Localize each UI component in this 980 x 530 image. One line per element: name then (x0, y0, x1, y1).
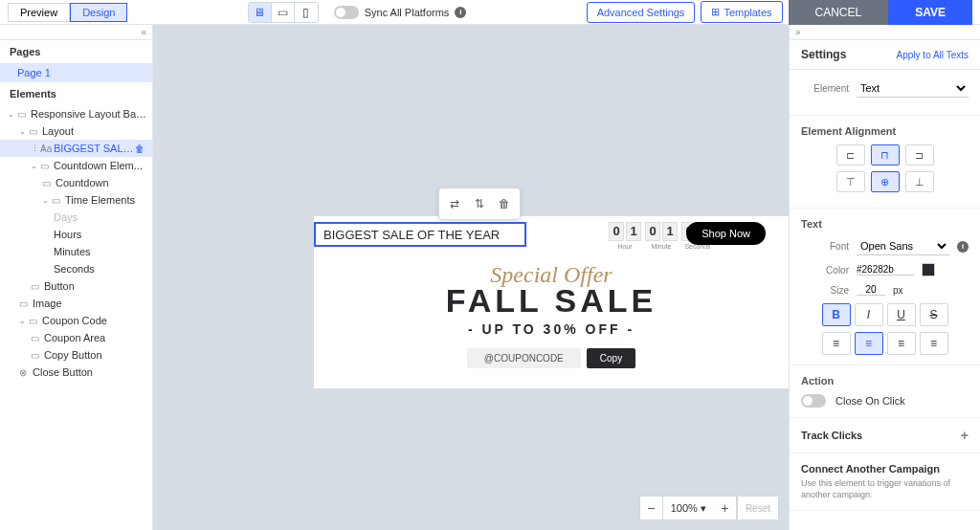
top-toolbar: Preview Design 🖥 ▭ ▯ Sync All Platforms … (0, 0, 980, 25)
delete-icon[interactable]: 🗑 (135, 144, 145, 154)
text-icon: Aa (40, 144, 54, 154)
element-label: Element (801, 83, 849, 94)
preview-tab[interactable]: Preview (8, 3, 70, 22)
tree-item-time-elements[interactable]: ⌄▭Time Elements (0, 191, 152, 209)
strikethrough-button[interactable]: S (920, 303, 948, 326)
text-section-title: Text (801, 218, 969, 230)
shop-now-button[interactable]: Shop Now (686, 222, 766, 245)
design-tab[interactable]: Design (70, 3, 127, 22)
close-on-click-toggle[interactable] (801, 394, 826, 408)
text-align-right-button[interactable]: ≡ (887, 332, 916, 355)
align-top-button[interactable]: ⊤ (836, 171, 865, 192)
info-icon[interactable]: i (455, 7, 466, 18)
tree-item-coupon-area[interactable]: ▭Coupon Area (0, 329, 152, 346)
element-type-select[interactable]: Text (857, 79, 969, 98)
hour-label: Hour (617, 243, 632, 250)
tree-item-coupon-code[interactable]: ⌄▭Coupon Code (0, 312, 152, 329)
folder-icon: ▭ (29, 316, 42, 326)
fall-sale-text[interactable]: FALL SALE (314, 282, 789, 320)
text-align-left-button[interactable]: ≡ (822, 332, 851, 355)
italic-button[interactable]: I (855, 303, 883, 326)
color-label: Color (801, 265, 849, 276)
mobile-icon[interactable]: ▯ (295, 3, 318, 22)
sync-label: Sync All Platforms (365, 7, 450, 18)
sync-toggle[interactable] (334, 6, 359, 19)
text-align-justify-button[interactable]: ≡ (920, 332, 948, 355)
left-sidebar: « Pages Page 1 Elements ⌄▭Responsive Lay… (0, 25, 153, 530)
tree-item-layout[interactable]: ⌄▭Layout (0, 122, 152, 140)
upto-text[interactable]: - UP TO 30% OFF - (314, 321, 789, 337)
tree-item-days[interactable]: Days (0, 209, 152, 226)
font-select[interactable]: Open Sans (857, 237, 949, 255)
canvas[interactable]: 01Hour 01Minute 08Seconds Shop Now Speci… (153, 25, 789, 530)
panel-expand-icon[interactable]: » (790, 25, 980, 40)
tree-item-hours[interactable]: Hours (0, 226, 152, 243)
zoom-level[interactable]: 100%▾ (663, 502, 714, 515)
tree-item-seconds[interactable]: Seconds (0, 260, 152, 277)
bold-button[interactable]: B (822, 303, 851, 326)
chevron-down-icon: ⌄ (31, 162, 40, 170)
text-align-center-button[interactable]: ≡ (855, 332, 883, 355)
templates-button[interactable]: ⊞Templates (701, 1, 782, 23)
tree-item-button[interactable]: ▭Button (0, 277, 152, 295)
chevron-down-icon: ⌄ (42, 196, 52, 205)
templates-icon: ⊞ (711, 6, 720, 18)
element-icon: ▭ (31, 281, 44, 292)
page-item[interactable]: Page 1 (0, 63, 152, 82)
drag-handle-icon[interactable]: ⋮⋮ (31, 144, 40, 153)
sidebar-collapse-icon[interactable]: « (0, 25, 152, 40)
align-right-button[interactable]: ⊐ (905, 144, 934, 166)
align-bottom-button[interactable]: ⊥ (905, 171, 934, 192)
zoom-in-button[interactable]: + (714, 497, 737, 519)
underline-button[interactable]: U (887, 303, 916, 326)
desktop-icon[interactable]: 🖥 (249, 3, 272, 22)
minute-digit-1: 0 (645, 222, 660, 241)
cancel-button[interactable]: CANCEL (789, 0, 889, 25)
color-input[interactable] (857, 264, 914, 276)
swap-icon[interactable]: ⇄ (443, 192, 466, 215)
zoom-reset-button[interactable]: Reset (737, 497, 778, 519)
element-icon: ▭ (42, 178, 56, 188)
trash-icon[interactable]: 🗑 (493, 192, 516, 215)
size-unit: px (893, 285, 903, 296)
tree-item-countdown[interactable]: ▭Countdown (0, 174, 152, 191)
align-left-button[interactable]: ⊏ (836, 144, 865, 166)
selected-text-element[interactable]: BIGGEST SALE OF THE YEAR (314, 222, 526, 247)
tree-item-copy-button[interactable]: ▭Copy Button (0, 346, 152, 364)
hour-digit-1: 0 (609, 222, 624, 241)
copy-button[interactable]: Copy (587, 348, 635, 368)
size-label: Size (801, 285, 849, 296)
tree-item-image[interactable]: ▭Image (0, 295, 152, 312)
color-swatch[interactable] (922, 263, 935, 276)
folder-icon: ▭ (40, 161, 54, 171)
element-floating-toolbar: ⇄ ⇅ 🗑 (438, 188, 521, 220)
tree-item-selected-text[interactable]: ⋮⋮AaBIGGEST SALE O...🗑 (0, 140, 152, 157)
tree-item-close-button[interactable]: ⊗Close Button (0, 364, 152, 381)
element-icon: ▭ (31, 333, 44, 343)
element-icon: ▭ (31, 350, 44, 361)
coupon-code-text[interactable]: @COUPONCODE (467, 348, 581, 368)
move-icon[interactable]: ⇅ (468, 192, 491, 215)
folder-icon: ▭ (52, 195, 65, 206)
add-track-click-button[interactable]: + (961, 428, 969, 443)
advanced-settings-button[interactable]: Advanced Settings (587, 2, 696, 23)
apply-to-all-link[interactable]: Apply to All Texts (897, 50, 969, 60)
connect-campaign-desc: Use this element to trigger variations o… (801, 478, 969, 500)
align-center-button[interactable]: ⊓ (871, 144, 900, 166)
device-switcher: 🖥 ▭ ▯ (248, 2, 319, 23)
settings-title: Settings (801, 48, 846, 61)
folder-icon: ▭ (29, 126, 42, 137)
alignment-title: Element Alignment (801, 125, 969, 137)
tablet-icon[interactable]: ▭ (272, 3, 295, 22)
close-icon: ⊗ (19, 367, 33, 378)
size-input[interactable] (857, 284, 885, 296)
tree-item-minutes[interactable]: Minutes (0, 243, 152, 260)
zoom-out-button[interactable]: − (640, 497, 663, 519)
info-icon[interactable]: i (957, 241, 969, 253)
tree-item-countdown-elem[interactable]: ⌄▭Countdown Elem... (0, 157, 152, 174)
connect-campaign-title: Connect Another Campaign (801, 463, 969, 475)
chevron-down-icon: ⌄ (19, 127, 29, 136)
tree-item-root[interactable]: ⌄▭Responsive Layout Banne... (0, 105, 152, 122)
save-button[interactable]: SAVE (888, 0, 972, 25)
align-middle-button[interactable]: ⊕ (871, 171, 900, 192)
